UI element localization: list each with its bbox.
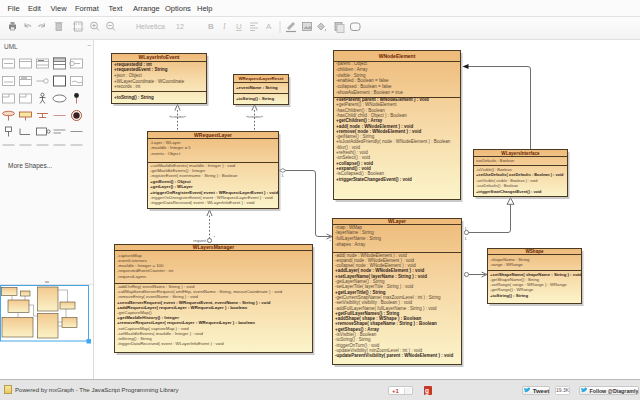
svg-text:U: U	[236, 22, 242, 31]
svg-text:-layerName : String: -layerName : String	[335, 230, 374, 235]
svg-text:+triggerStateChangedEvent() :: +triggerStateChangedEvent() : void	[476, 189, 542, 194]
svg-text:-children : Array: -children : Array	[336, 67, 368, 72]
svg-text:+getShapes() : Array: +getShapes() : Array	[335, 327, 379, 332]
svg-text:1: 1	[465, 237, 467, 241]
svg-text:+setShapeName( shapeName : Str: +setShapeName( shapeName : String ) : vo…	[490, 272, 582, 277]
svg-text:+toString() : String: +toString() : String	[114, 95, 154, 100]
svg-text:+getLayer() : WLayer: +getLayer() : WLayer	[150, 184, 193, 189]
svg-text:-isVisible() : Boolean: -isVisible() : Boolean	[335, 332, 377, 337]
svg-text:WLayersManager: WLayersManager	[193, 244, 234, 250]
svg-text:-visible : String: -visible : String	[336, 73, 366, 78]
svg-text:-addFullLayerName( fullLayerNa: -addFullLayerName( fullLayerName : Strin…	[335, 306, 437, 311]
svg-text:-triggerOnTurn() : void: -triggerOnTurn() : void	[335, 343, 380, 348]
svg-text:-blur() : void: -blur() : void	[336, 145, 361, 150]
svg-text:-requestLayers: -requestLayers	[117, 274, 147, 279]
svg-text:+triggerStateChangedEvent() :: +triggerStateChangedEvent() : void	[336, 177, 412, 182]
svg-text:1: 1	[465, 227, 467, 231]
svg-text:-isVisible() : Boolean: -isVisible() : Boolean	[476, 167, 512, 172]
svg-text:+removeShape( shapeName : Stri: +removeShape( shapeName : String ) : Boo…	[335, 321, 437, 326]
svg-text:-getShapeName() : String: -getShapeName() : String	[490, 277, 540, 282]
svg-text:-setLayerTitle( layerTitle : S: -setLayerTitle( layerTitle : String ) : …	[335, 284, 414, 289]
svg-text:A: A	[266, 22, 272, 31]
svg-text:-add( node : WNodeElement ) :: -add( node : WNodeElement ) : void	[335, 253, 407, 258]
svg-text:-useDefaults() : Boolean: -useDefaults() : Boolean	[476, 183, 518, 188]
svg-text:-events : Object: -events : Object	[150, 151, 181, 156]
svg-text:+getParent() : WNodeElement: +getParent() : WNodeElement	[336, 102, 397, 107]
svg-text:-isCollapsed() : Boolean: -isCollapsed() : Boolean	[336, 171, 385, 176]
svg-text:useDefaults : Boolean: useDefaults : Boolean	[476, 158, 514, 163]
svg-text:+remove( node : WNodeElement ): +remove( node : WNodeElement ) : void	[336, 129, 421, 134]
svg-text:-captureMap: -captureMap	[117, 253, 142, 258]
svg-text:+getChildren() : Array: +getChildren() : Array	[336, 118, 383, 123]
svg-text:-maxIdle : Integer = 5: -maxIdle : Integer = 5	[150, 145, 191, 150]
svg-text:+json : Object: +json : Object	[114, 73, 142, 78]
svg-text:-toString() : String: -toString() : String	[335, 337, 371, 342]
svg-text:+records : int: +records : int	[114, 84, 141, 89]
svg-text:1: 1	[282, 174, 284, 178]
svg-text:«creates»: «creates»	[169, 115, 186, 119]
svg-text:+requestedId : int: +requestedId : int	[114, 62, 152, 67]
svg-text:WLayer: WLayer	[388, 218, 406, 224]
svg-text:-showAsElement : Boolean = tru: -showAsElement : Boolean = true	[336, 90, 403, 95]
svg-text:+addShape( shape : WShape ) :: +addShape( shape : WShape ) : Boolean	[335, 316, 421, 321]
svg-text:-collapsed : Boolean = false: -collapsed : Boolean = false	[336, 84, 392, 89]
svg-text:-triggerDataReceived( event :: -triggerDataReceived( event : WLayerInfo…	[150, 200, 255, 205]
svg-text:-getRange() : WRange: -getRange() : WRange	[490, 287, 534, 292]
svg-text:-getName() : String: -getName() : String	[336, 134, 375, 139]
svg-text:+addLayer( node : WNodeElement: +addLayer( node : WNodeElement ) : void	[335, 268, 424, 273]
svg-text:-getLayerName() : String: -getLayerName() : String	[335, 279, 385, 284]
svg-text:-eventListeners: -eventListeners	[117, 258, 148, 263]
svg-text:-setRange( range : WRange ) :: -setRange( range : WRange ) : WRange	[490, 282, 567, 287]
svg-text:+setLayerName( layerName : Str: +setLayerName( layerName : String ) : vo…	[335, 274, 427, 279]
svg-text:-enabled : Boolean = false: -enabled : Boolean = false	[336, 78, 389, 83]
svg-text:-collapse( node : WNodeElement: -collapse( node : WNodeElement ) : void	[335, 263, 416, 268]
svg-text:WShape: WShape	[525, 249, 544, 254]
svg-text:-map : WMap: -map : WMap	[335, 225, 363, 230]
svg-text:-updateVisibility( minZoomLeve: -updateVisibility( minZoomLevel : int ) …	[335, 348, 422, 353]
svg-text:+toString() : String: +toString() : String	[236, 96, 274, 101]
svg-text:-hasChild( child : Object ) :: -hasChild( child : Object ) : Boolean	[336, 113, 407, 118]
svg-text:-requestedEventCounter : int: -requestedEventCounter : int	[117, 268, 174, 273]
svg-text:WRequestLayer: WRequestLayer	[194, 132, 232, 138]
svg-text:+getFullLayerNames() : String: +getFullLayerNames() : String	[335, 311, 399, 316]
svg-text:+add( node : WNodeElement ) :: +add( node : WNodeElement ) : void	[336, 124, 413, 129]
svg-text:WRequestLayerReset: WRequestLayerReset	[238, 76, 284, 81]
svg-text:WLayersInterface: WLayersInterface	[501, 151, 540, 156]
svg-text:-parent : Object: -parent : Object	[336, 61, 368, 66]
svg-text:B: B	[208, 22, 214, 31]
svg-text:-triggerOnUnregisterEvent( eve: -triggerOnUnregisterEvent( event : WRequ…	[150, 195, 273, 200]
svg-text:-setVisible( visible : Boolean: -setVisible( visible : Boolean ) : void	[476, 178, 537, 183]
svg-text:WLayerInfoEvent: WLayerInfoEvent	[139, 54, 180, 60]
svg-text:-getMaxIdleEvents() : Integer: -getMaxIdleEvents() : Integer	[150, 168, 206, 173]
svg-text:+setMaxIdleEvents( maxIdle : I: +setMaxIdleEvents( maxIdle : Integer ) :…	[150, 163, 236, 168]
svg-text:+isJustAddedFriendly( node : W: +isJustAddedFriendly( node : WNodeElemen…	[336, 139, 451, 144]
svg-text:WNodeElement: WNodeElement	[379, 53, 416, 59]
svg-text:«creates»: «creates»	[246, 115, 263, 119]
svg-text:+refresh() : void: +refresh() : void	[336, 150, 368, 155]
svg-text:+setUseDefaults( useDefaults :: +setUseDefaults( useDefaults : Boolean )…	[476, 172, 564, 177]
svg-text:-hasChildren() : Boolean: -hasChildren() : Boolean	[336, 108, 385, 113]
svg-text:+getLayerTitle() : String: +getLayerTitle() : String	[335, 290, 386, 295]
svg-text:+eventName : String: +eventName : String	[236, 85, 278, 90]
svg-text:-triggerDataReceived( event :: -triggerDataReceived( event : WLayerInfo…	[117, 341, 224, 346]
svg-text:I: I	[222, 22, 226, 31]
svg-text:-shapes : Array: -shapes : Array	[335, 242, 366, 247]
svg-text:+setParent( parent : WNodeElem: +setParent( parent : WNodeElement ) : vo…	[336, 97, 429, 102]
svg-text:+toString() : String: +toString() : String	[490, 293, 528, 298]
svg-text:request: request	[193, 239, 207, 243]
svg-text:-updateParentVisibility( paren: -updateParentVisibility( parent : WNodeE…	[335, 353, 453, 358]
svg-text:+WLayerCoordinate : WCoordinat: +WLayerCoordinate : WCoordinate	[114, 79, 185, 84]
svg-text:*: *	[330, 239, 332, 244]
svg-text:+expand() : void: +expand() : void	[336, 166, 371, 171]
svg-text:12: 12	[176, 23, 184, 30]
svg-text:+requestedEvent : String: +requestedEvent : String	[114, 67, 168, 72]
svg-text:Helvetica: Helvetica	[136, 23, 165, 30]
svg-text:-expand( node : WNodeElement ): -expand( node : WNodeElement ) : void	[335, 258, 415, 263]
svg-text:-range : WRange: -range : WRange	[490, 262, 523, 267]
svg-text:+collapse() : void: +collapse() : void	[336, 161, 373, 166]
svg-text:-Layer : WLayer: -Layer : WLayer	[150, 140, 181, 145]
svg-text:-shapeName : String: -shapeName : String	[490, 257, 530, 262]
svg-text:-onSelect() : void: -onSelect() : void	[336, 155, 371, 160]
svg-text:+getEvent() : Object: +getEvent() : Object	[150, 179, 191, 184]
svg-text:-fullLayerName : String: -fullLayerName : String	[335, 236, 382, 241]
